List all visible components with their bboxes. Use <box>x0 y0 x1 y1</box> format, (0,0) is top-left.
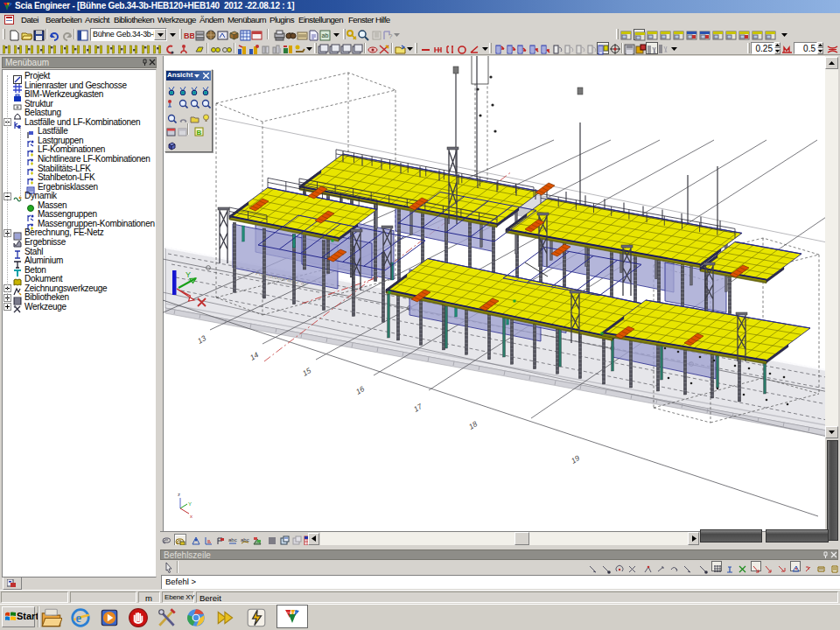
svg-text:abc: abc <box>228 537 237 542</box>
svg-text:x: x <box>190 514 192 519</box>
svg-text:?: ? <box>388 32 393 40</box>
svg-text:16: 16 <box>354 384 366 396</box>
svg-text:14: 14 <box>248 350 260 362</box>
svg-text:B: B <box>197 129 202 136</box>
svg-text:ab: ab <box>322 32 329 38</box>
svg-text:13: 13 <box>196 333 207 346</box>
svg-text:19: 19 <box>570 453 581 466</box>
svg-text:z: z <box>178 492 180 497</box>
svg-text:Y: Y <box>188 501 192 507</box>
svg-text:18: 18 <box>467 419 479 431</box>
svg-text:15: 15 <box>301 366 312 378</box>
svg-text:Y: Y <box>186 270 191 279</box>
svg-text:e: e <box>76 611 81 625</box>
svg-text:BB: BB <box>184 32 194 40</box>
svg-text:17: 17 <box>412 402 424 414</box>
